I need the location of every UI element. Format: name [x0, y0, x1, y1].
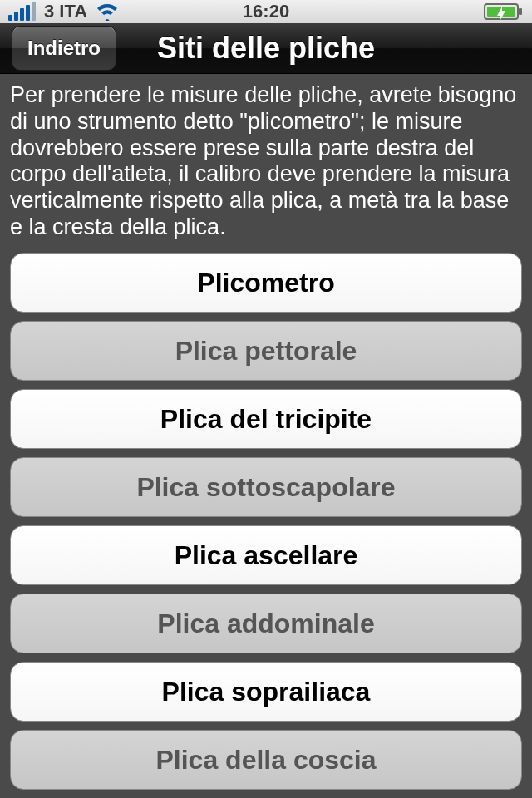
carrier-label: 3 ITA — [44, 1, 87, 22]
list-item-label: Plica ascellare — [175, 540, 358, 571]
list-item-label: Plica del tricipite — [160, 404, 372, 435]
wifi-icon — [96, 2, 119, 21]
list-item-plica-pettorale[interactable]: Plica pettorale — [10, 321, 522, 381]
list-item-plica-ascellare[interactable]: Plica ascellare — [10, 525, 522, 585]
page-title: Siti delle pliche — [157, 31, 375, 66]
list-item-plica-sottoscapolare[interactable]: Plica sottoscapolare — [10, 457, 522, 517]
list-item-label: Plica sottoscapolare — [136, 472, 395, 503]
status-bar: 3 ITA 16:20 — [0, 0, 532, 23]
back-button-label: Indietro — [27, 37, 101, 59]
list-item-label: Plica pettorale — [175, 336, 357, 367]
signal-icon — [8, 2, 36, 21]
list-item-plica-addominale[interactable]: Plica addominale — [10, 594, 522, 653]
svg-rect-1 — [519, 8, 522, 15]
list-item-label: Plica della coscia — [155, 745, 376, 776]
list-item-label: Plicometro — [197, 268, 334, 298]
navigation-bar: Indietro Siti delle pliche — [0, 23, 532, 74]
list-item-plica-coscia[interactable]: Plica della coscia — [10, 730, 522, 790]
description-text: Per prendere le misure delle pliche, avr… — [10, 82, 522, 241]
back-button[interactable]: Indietro — [12, 26, 116, 71]
list-item-plica-tricipite[interactable]: Plica del tricipite — [10, 389, 522, 449]
content-area: Per prendere le misure delle pliche, avr… — [0, 74, 532, 798]
status-time: 16:20 — [243, 1, 289, 22]
list-item-label: Plica addominale — [157, 608, 374, 639]
status-left: 3 ITA — [8, 1, 119, 22]
list-item-label: Plica soprailiaca — [162, 677, 371, 707]
list-item-plicometro[interactable]: Plicometro — [10, 253, 522, 313]
battery-icon — [484, 2, 524, 21]
list-item-plica-soprailiaca[interactable]: Plica soprailiaca — [10, 662, 522, 722]
